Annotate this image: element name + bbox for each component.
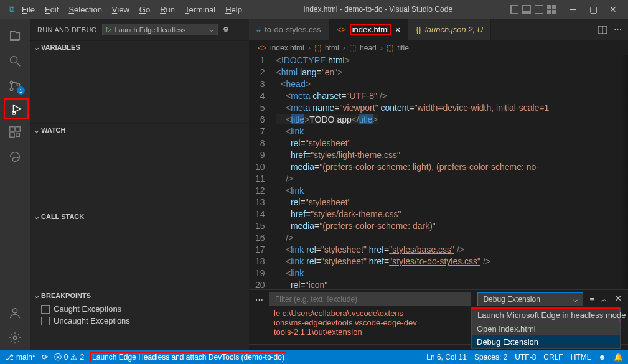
vscode-logo: ⧉	[5, 4, 17, 14]
menu-run[interactable]: Run	[156, 2, 179, 17]
layout-panel-bottom-icon[interactable]	[522, 5, 531, 14]
debug-select-label: Debug Extension	[483, 295, 540, 304]
error-icon: ⓧ	[54, 352, 62, 363]
breadcrumb-item[interactable]: title	[397, 44, 409, 52]
close-panel-icon[interactable]: ✕	[615, 294, 622, 305]
collapse-up-icon[interactable]: ︿	[601, 294, 609, 305]
svg-rect-7	[10, 127, 14, 131]
debug-config-select[interactable]: ▷ Launch Edge Headless ⌵	[102, 24, 218, 35]
dropdown-item[interactable]: Launch Microsoft Edge in headless mode	[472, 308, 620, 322]
dropdown-item[interactable]: Debug Extension	[472, 335, 620, 348]
explorer-icon[interactable]	[0, 24, 30, 49]
chevron-down-icon[interactable]: ⌵	[210, 26, 213, 33]
checkbox-icon[interactable]	[41, 305, 50, 314]
breakpoints-section-header[interactable]: ⌵BREAKPOINTS	[30, 289, 249, 302]
menu-go[interactable]: Go	[135, 2, 154, 17]
indent-status[interactable]: Spaces: 2	[474, 353, 507, 362]
more-actions-icon[interactable]: ⋯	[614, 25, 622, 34]
svg-line-1	[17, 63, 21, 67]
code-editor[interactable]: 1234567891011121314151617181920 <!DOCTYP…	[249, 55, 628, 289]
window-title: index.html - demo-to-do - Visual Studio …	[246, 5, 510, 14]
extensions-icon[interactable]	[0, 119, 30, 144]
eol-status[interactable]: CRLF	[543, 353, 563, 362]
search-icon[interactable]	[0, 49, 30, 73]
encoding-status[interactable]: UTF-8	[515, 353, 536, 362]
menu-view[interactable]: View	[108, 2, 134, 17]
watch-section-header[interactable]: ⌵WATCH	[30, 124, 249, 136]
menu-edit[interactable]: Edit	[40, 2, 63, 17]
code-content[interactable]: <!DOCTYPE html> <html lang="en"> <head> …	[276, 55, 550, 289]
more-actions-icon[interactable]: ⋯	[234, 26, 241, 34]
editor-tabs: # to-do-styles.css <> index.html × {} la…	[249, 19, 628, 40]
feedback-icon[interactable]: ☻	[598, 353, 606, 362]
uncaught-exceptions-label: Uncaught Exceptions	[54, 316, 130, 325]
run-debug-icon[interactable]	[4, 98, 29, 119]
callstack-section-header[interactable]: ⌵CALL STACK	[30, 210, 249, 223]
tab-launch-json[interactable]: {} launch.json 2, U	[408, 19, 491, 40]
breakpoints-body: Caught Exceptions Uncaught Exceptions	[30, 302, 249, 328]
breadcrumb-item[interactable]: head	[360, 44, 377, 52]
chevron-down-icon: ⌵	[35, 127, 39, 134]
svg-point-3	[10, 88, 13, 91]
chevron-down-icon: ⌵	[573, 295, 578, 304]
watch-label: WATCH	[41, 126, 66, 134]
notifications-icon[interactable]: 🔔	[614, 353, 623, 362]
warning-icon: ⚠	[70, 353, 77, 362]
status-bar: ⎇main* ⟳ ⓧ0 ⚠2 Launch Edge Headless and …	[0, 350, 628, 364]
breadcrumbs[interactable]: <> index.html › ⬚ html › ⬚ head › ⬚ titl…	[249, 40, 628, 55]
dropdown-item[interactable]: Open index.html	[472, 322, 620, 335]
chevron-down-icon: ⌵	[35, 44, 39, 51]
settings-gear-icon[interactable]	[0, 325, 30, 350]
edge-devtools-icon[interactable]	[0, 144, 30, 169]
svg-rect-10	[16, 133, 20, 137]
git-branch-status[interactable]: ⎇main*	[5, 353, 35, 362]
menu-selection[interactable]: Selection	[64, 2, 106, 17]
uncaught-exceptions-row[interactable]: Uncaught Exceptions	[41, 315, 238, 327]
problems-status[interactable]: ⓧ0 ⚠2	[54, 352, 84, 363]
debug-launch-status[interactable]: Launch Edge Headless and attach DevTools…	[90, 352, 286, 362]
tag-icon: ⬚	[314, 44, 321, 52]
more-actions-icon[interactable]: ⋯	[255, 295, 263, 304]
menu-help[interactable]: Help	[221, 2, 246, 17]
tab-label: index.html	[350, 24, 391, 35]
layout-customize-icon[interactable]	[547, 5, 556, 14]
caught-exceptions-row[interactable]: Caught Exceptions	[41, 303, 238, 315]
layout-sidebar-right-icon[interactable]	[535, 5, 543, 14]
breadcrumb-item[interactable]: html	[325, 44, 339, 52]
account-icon[interactable]	[0, 301, 30, 325]
tab-html[interactable]: <> index.html ×	[329, 19, 409, 40]
layout-sidebar-left-icon[interactable]	[510, 5, 518, 14]
html-file-icon: <>	[258, 44, 266, 52]
menu-terminal[interactable]: Terminal	[180, 2, 220, 17]
window-close[interactable]: ✕	[603, 2, 623, 17]
cursor-position[interactable]: Ln 6, Col 11	[426, 353, 467, 362]
svg-marker-5	[13, 105, 20, 113]
line-numbers: 1234567891011121314151617181920	[249, 55, 276, 289]
window-minimize[interactable]: ─	[563, 2, 583, 17]
menu-file[interactable]: File	[17, 2, 39, 17]
layout-controls	[510, 5, 556, 14]
sidebar-title: RUN AND DEBUG	[37, 26, 97, 34]
debug-config-dropdown: Launch Microsoft Edge in headless mode O…	[471, 307, 621, 349]
tab-css[interactable]: # to-do-styles.css	[249, 19, 329, 40]
window-maximize[interactable]: ▢	[583, 2, 603, 17]
start-debug-icon[interactable]: ▷	[106, 26, 111, 34]
checkbox-icon[interactable]	[41, 317, 50, 325]
clear-console-icon[interactable]: ≡	[589, 294, 594, 305]
breadcrumb-item[interactable]: index.html	[270, 44, 304, 52]
error-count: 0	[64, 353, 68, 362]
variables-label: VARIABLES	[41, 44, 80, 51]
variables-section-header[interactable]: ⌵VARIABLES	[30, 41, 249, 54]
svg-point-12	[13, 336, 17, 340]
close-icon[interactable]: ×	[395, 25, 400, 35]
svg-rect-9	[10, 133, 14, 137]
source-control-icon[interactable]: 1	[0, 73, 30, 98]
debug-extension-select[interactable]: Debug Extension ⌵	[477, 292, 583, 306]
filter-input[interactable]	[269, 292, 471, 306]
scrollbar-vertical[interactable]	[621, 55, 628, 289]
svg-rect-8	[16, 127, 20, 131]
sync-status[interactable]: ⟳	[42, 353, 48, 362]
split-editor-icon[interactable]	[598, 25, 607, 35]
configure-gear-icon[interactable]: ⚙	[223, 26, 229, 34]
language-mode[interactable]: HTML	[571, 353, 591, 362]
